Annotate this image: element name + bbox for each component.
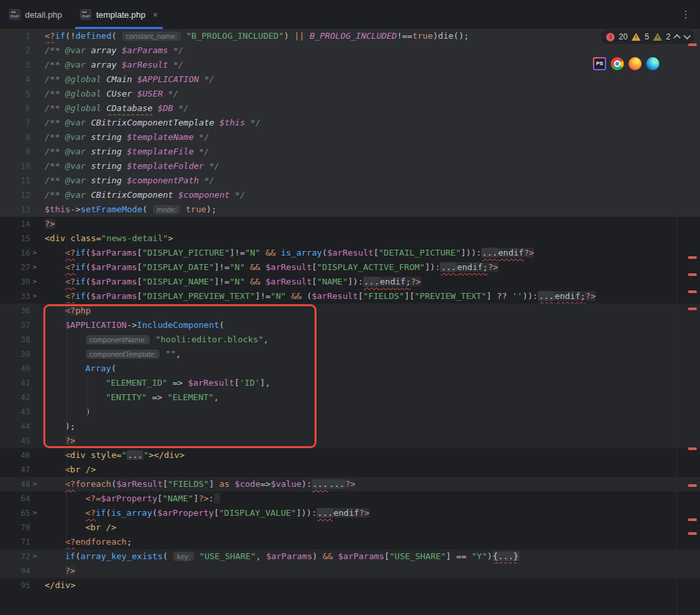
- fold-arrow-icon[interactable]: >: [30, 275, 39, 289]
- highlight-annotation-box: [43, 304, 317, 448]
- error-stripe-mark[interactable]: [688, 290, 697, 293]
- code-token: ?>: [488, 262, 498, 272]
- code-text[interactable]: <?=$arProperty["NAME"]?>:: [39, 491, 700, 506]
- error-stripe-mark[interactable]: [688, 256, 697, 259]
- code-token: ]):: [425, 262, 440, 272]
- folded-region[interactable]: ...: [363, 277, 380, 286]
- code-token: ?>: [524, 248, 535, 258]
- error-stripe-mark[interactable]: [688, 308, 697, 310]
- folded-region[interactable]: ...: [538, 291, 554, 301]
- code-text[interactable]: /** @var CBitrixComponentTemplate $this …: [39, 116, 700, 130]
- code-text[interactable]: if(array_key_exists( key: "USE_SHARE", $…: [39, 549, 700, 564]
- fold-column: [30, 434, 39, 448]
- code-token: "B_PROLOG_INCLUDED": [181, 31, 284, 41]
- code-line: 5/** @global CUser $USER */: [0, 87, 700, 101]
- code-text[interactable]: <?endforeach;: [39, 535, 700, 549]
- previous-problem-chevron-icon[interactable]: [673, 34, 680, 41]
- error-stripe-mark[interactable]: [688, 273, 697, 276]
- line-number: 48: [0, 477, 30, 491]
- fold-arrow-icon[interactable]: >: [30, 549, 39, 564]
- code-token: ": [121, 450, 127, 460]
- chrome-icon[interactable]: [611, 57, 624, 70]
- code-text[interactable]: <br />: [39, 520, 700, 535]
- code-token: ?>: [410, 277, 421, 286]
- code-text[interactable]: /** @global CMain $APPLICATION */: [39, 72, 700, 87]
- folded-region[interactable]: {...}: [492, 551, 519, 561]
- fold-arrow-icon[interactable]: >: [30, 260, 39, 275]
- fold-arrow-icon[interactable]: >: [30, 506, 39, 520]
- code-text[interactable]: /** @var string $componentPath */: [39, 173, 700, 188]
- quickfix-bulb-icon[interactable]: [47, 480, 55, 489]
- close-tab-icon[interactable]: ×: [153, 10, 158, 20]
- code-text[interactable]: ?>: [39, 564, 700, 578]
- fold-column: [30, 578, 39, 593]
- code-line: 46<div style="..."></div>: [0, 448, 700, 463]
- next-problem-chevron-icon[interactable]: [684, 32, 691, 39]
- fold-column: [30, 419, 39, 434]
- code-token: string: [91, 147, 121, 156]
- folded-region[interactable]: ...: [312, 479, 328, 489]
- folded-region[interactable]: ...: [328, 479, 345, 489]
- code-text[interactable]: <?if(is_array($arProperty["DISPLAY_VALUE…: [39, 506, 700, 520]
- code-token: endif: [498, 248, 524, 258]
- code-line: 94?>: [0, 564, 700, 578]
- tab-options-kebab-icon[interactable]: ⋮: [681, 9, 700, 20]
- error-stripe-mark[interactable]: [688, 43, 697, 46]
- fold-arrow-icon[interactable]: >: [30, 477, 39, 491]
- error-stripe-mark[interactable]: [688, 518, 697, 521]
- code-text[interactable]: <?if($arParams["DISPLAY_NAME"]!="N" && $…: [39, 275, 700, 289]
- line-number: 2: [0, 43, 30, 58]
- code-token: $arParams: [91, 291, 137, 301]
- folded-region[interactable]: ...: [317, 508, 333, 518]
- line-number: 6: [0, 101, 30, 116]
- error-stripe-mark[interactable]: [688, 484, 697, 487]
- code-text[interactable]: <?if($arParams["DISPLAY_PICTURE"]!="N" &…: [39, 246, 700, 260]
- error-stripe-mark[interactable]: [688, 447, 697, 450]
- ide-window: PHP detail.php PHP template.php × ⋮ 1<?i…: [0, 0, 700, 615]
- firefox-icon[interactable]: [628, 57, 642, 70]
- code-text[interactable]: /** @var string $templateName */: [39, 130, 700, 145]
- code-text[interactable]: </div>: [39, 578, 700, 593]
- code-text[interactable]: /** @var string $templateFolder */: [39, 159, 700, 173]
- folded-region[interactable]: ...: [127, 450, 143, 460]
- folded-region[interactable]: ...: [440, 262, 456, 272]
- code-text[interactable]: <?foreach($arResult["FIELDS"] as $code=>…: [39, 477, 700, 491]
- code-text[interactable]: <?if($arParams["DISPLAY_DATE"]!="N" && $…: [39, 260, 700, 275]
- code-token: <br />: [65, 465, 96, 474]
- code-token: endif;: [457, 262, 488, 272]
- line-number: 43: [0, 405, 30, 419]
- code-text[interactable]: <div class="news-detail">: [39, 231, 700, 246]
- code-token: &&: [250, 277, 261, 286]
- code-text[interactable]: /** @var string $templateFile */: [39, 145, 700, 159]
- browser-preview-bar: PS: [593, 57, 659, 70]
- tab-template-php[interactable]: PHP template.php ×: [71, 0, 167, 29]
- line-number: 33: [0, 289, 30, 304]
- tab-detail-php[interactable]: PHP detail.php: [0, 0, 71, 29]
- code-text[interactable]: /** @var CBitrixComponent $component */: [39, 188, 700, 202]
- inspections-widget[interactable]: ! 20 ! 5 ! 2: [601, 30, 694, 44]
- code-text[interactable]: <div style="..."></div>: [39, 448, 700, 463]
- folded-region[interactable]: ...: [481, 248, 498, 258]
- line-number: 14: [0, 217, 30, 231]
- code-text[interactable]: /** @global CUser $USER */: [39, 87, 700, 101]
- fold-column: [30, 43, 39, 58]
- code-text[interactable]: $this->setFrameMode( mode: true);: [39, 202, 700, 217]
- code-token: "USE_SHARE": [389, 551, 446, 561]
- code-text[interactable]: /** @var array $arParams */: [39, 43, 700, 58]
- code-text[interactable]: <?if($arParams["DISPLAY_PREVIEW_TEXT"]!=…: [39, 289, 700, 304]
- fold-column: [30, 188, 39, 202]
- code-token: ]!=: [214, 262, 229, 272]
- fold-arrow-icon[interactable]: >: [30, 246, 39, 260]
- code-token: [: [312, 262, 317, 272]
- error-stripe-mark[interactable]: [688, 532, 697, 535]
- edge-icon[interactable]: [646, 57, 659, 70]
- code-token: [: [358, 291, 363, 301]
- code-token: */: [199, 74, 214, 84]
- code-token: ): [487, 551, 492, 561]
- code-text[interactable]: <br />: [39, 463, 700, 477]
- code-token: &&: [322, 551, 333, 561]
- fold-column: [30, 145, 39, 159]
- code-text[interactable]: ?>: [39, 217, 700, 231]
- code-text[interactable]: /** @global CDatabase $DB */: [39, 101, 700, 116]
- fold-arrow-icon[interactable]: >: [30, 289, 39, 304]
